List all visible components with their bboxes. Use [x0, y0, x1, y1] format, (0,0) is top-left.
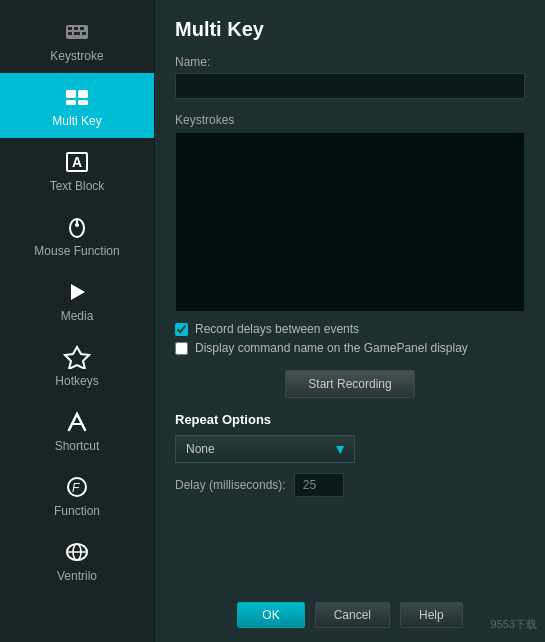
- sidebar-item-shortcut[interactable]: Shortcut: [0, 398, 154, 463]
- svg-rect-3: [80, 27, 84, 30]
- ventrilo-icon: [61, 538, 93, 566]
- record-delays-label: Record delays between events: [195, 322, 359, 336]
- sidebar-item-label: Multi Key: [52, 114, 101, 128]
- repeat-dropdown-wrapper: None Repeat Loop ▼: [175, 435, 355, 463]
- sidebar-item-label: Media: [61, 309, 94, 323]
- sidebar-item-multi-key[interactable]: Multi Key: [0, 73, 154, 138]
- sidebar-item-label: Hotkeys: [55, 374, 98, 388]
- repeat-dropdown-row: None Repeat Loop ▼: [175, 435, 525, 463]
- sidebar-item-label: Ventrilo: [57, 569, 97, 583]
- function-icon: F: [61, 473, 93, 501]
- sidebar-item-keystroke[interactable]: Keystroke: [0, 8, 154, 73]
- delay-row: Delay (milliseconds):: [175, 473, 525, 497]
- page-title: Multi Key: [175, 18, 525, 41]
- delay-label: Delay (milliseconds):: [175, 478, 286, 492]
- svg-rect-5: [74, 32, 80, 35]
- name-input[interactable]: [175, 73, 525, 99]
- hotkeys-icon: [61, 343, 93, 371]
- svg-rect-7: [66, 90, 76, 98]
- svg-marker-17: [65, 347, 89, 369]
- record-delays-checkbox[interactable]: [175, 323, 188, 336]
- sidebar-item-mouse-function[interactable]: Mouse Function: [0, 203, 154, 268]
- svg-text:F: F: [72, 481, 80, 495]
- svg-marker-16: [71, 284, 85, 300]
- sidebar-item-label: Mouse Function: [34, 244, 119, 258]
- shortcut-icon: [61, 408, 93, 436]
- svg-rect-8: [78, 90, 88, 98]
- svg-text:A: A: [72, 154, 82, 170]
- svg-rect-1: [68, 27, 72, 30]
- sidebar-item-function[interactable]: F Function: [0, 463, 154, 528]
- sidebar: Keystroke Multi Key A Text Block: [0, 0, 155, 642]
- name-label: Name:: [175, 55, 525, 69]
- svg-point-15: [75, 223, 79, 227]
- keystrokes-label: Keystrokes: [175, 113, 525, 127]
- svg-rect-6: [82, 32, 86, 35]
- display-command-label: Display command name on the GamePanel di…: [195, 341, 468, 355]
- svg-rect-9: [66, 100, 76, 105]
- repeat-options-title: Repeat Options: [175, 412, 525, 427]
- help-button[interactable]: Help: [400, 602, 463, 628]
- svg-rect-10: [78, 100, 88, 105]
- cancel-button[interactable]: Cancel: [315, 602, 390, 628]
- watermark: 9553下载: [491, 617, 537, 632]
- main-content: Multi Key Name: Keystrokes Record delays…: [155, 0, 545, 642]
- mouse-function-icon: [61, 213, 93, 241]
- display-command-row: Display command name on the GamePanel di…: [175, 341, 525, 355]
- sidebar-item-text-block[interactable]: A Text Block: [0, 138, 154, 203]
- keystrokes-area: [175, 132, 525, 312]
- bottom-buttons: OK Cancel Help: [175, 594, 525, 628]
- keystroke-icon: [61, 18, 93, 46]
- ok-button[interactable]: OK: [237, 602, 304, 628]
- display-command-checkbox[interactable]: [175, 342, 188, 355]
- repeat-dropdown[interactable]: None Repeat Loop: [175, 435, 355, 463]
- start-recording-button[interactable]: Start Recording: [285, 370, 414, 398]
- sidebar-item-media[interactable]: Media: [0, 268, 154, 333]
- sidebar-item-label: Keystroke: [50, 49, 103, 63]
- media-icon: [61, 278, 93, 306]
- text-block-icon: A: [61, 148, 93, 176]
- sidebar-item-label: Function: [54, 504, 100, 518]
- record-delays-row: Record delays between events: [175, 322, 525, 336]
- delay-input[interactable]: [294, 473, 344, 497]
- multi-key-icon: [61, 83, 93, 111]
- svg-rect-4: [68, 32, 72, 35]
- sidebar-item-ventrilo[interactable]: Ventrilo: [0, 528, 154, 593]
- sidebar-item-label: Shortcut: [55, 439, 100, 453]
- sidebar-item-hotkeys[interactable]: Hotkeys: [0, 333, 154, 398]
- svg-rect-2: [74, 27, 78, 30]
- sidebar-item-label: Text Block: [50, 179, 105, 193]
